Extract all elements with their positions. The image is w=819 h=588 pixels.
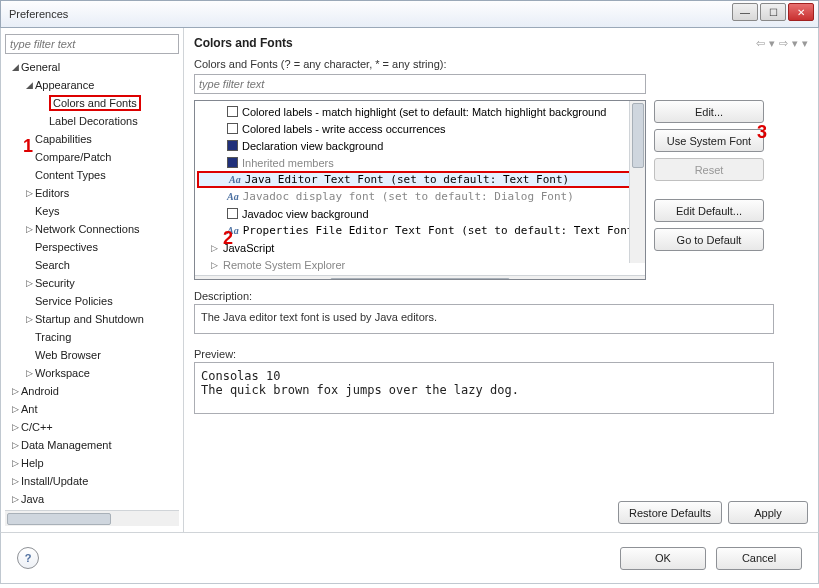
dialog-button-bar: ? OK Cancel (0, 532, 819, 584)
help-button[interactable]: ? (17, 547, 39, 569)
tree-item-label: Capabilities (35, 133, 92, 145)
restore-defaults-button[interactable]: Restore Defaults (618, 501, 722, 524)
tree-item-label: Help (21, 457, 44, 469)
edit-default-button[interactable]: Edit Default... (654, 199, 764, 222)
tree-item-label: Security (35, 277, 75, 289)
tree-item[interactable]: ▷Data Management (5, 437, 179, 453)
tree-item-label: C/C++ (21, 421, 53, 433)
use-system-font-button[interactable]: Use System Font (654, 129, 764, 152)
collapsed-icon[interactable]: ▷ (23, 188, 35, 198)
tree-item-label: Label Decorations (49, 115, 138, 127)
tree-v-scrollbar[interactable] (629, 101, 645, 263)
collapsed-icon[interactable]: ▷ (9, 422, 21, 432)
tree-item-label: Workspace (35, 367, 90, 379)
collapsed-icon[interactable]: ▷ (23, 224, 35, 234)
tree-item[interactable]: Perspectives (5, 239, 179, 255)
tree-item[interactable]: ▷Install/Update (5, 473, 179, 489)
fonts-tree-item[interactable]: Javadoc view background (197, 205, 643, 222)
tree-item-label: Search (35, 259, 70, 271)
tree-item[interactable]: ▷Ant (5, 401, 179, 417)
colors-fonts-tree[interactable]: Colored labels - match highlight (set to… (194, 100, 646, 280)
collapsed-icon: ▷ (209, 243, 219, 253)
tree-item[interactable]: ◢General (5, 59, 179, 75)
ok-button[interactable]: OK (620, 547, 706, 570)
tree-h-scrollbar[interactable] (195, 275, 645, 280)
fonts-tree-item[interactable]: AaJavadoc display font (set to default: … (197, 188, 643, 205)
fonts-tree-item[interactable]: ▷Remote System Explorer (197, 256, 643, 273)
expanded-icon[interactable]: ◢ (23, 80, 35, 90)
fonts-tree-item[interactable]: ▷JavaScript (197, 239, 643, 256)
preferences-tree[interactable]: ◢General◢AppearanceColors and FontsLabel… (5, 58, 179, 510)
tree-item[interactable]: ▷C/C++ (5, 419, 179, 435)
tree-item[interactable]: ◢Appearance (5, 77, 179, 93)
collapsed-icon[interactable]: ▷ (23, 278, 35, 288)
fonts-tree-item-label: Declaration view background (242, 140, 383, 152)
tree-item[interactable]: Colors and Fonts (5, 95, 179, 111)
tree-item[interactable]: Search (5, 257, 179, 273)
tree-item-label: Compare/Patch (35, 151, 111, 163)
tree-item-label: Tracing (35, 331, 71, 343)
tree-item[interactable]: Keys (5, 203, 179, 219)
tree-item[interactable]: ▷Network Connections (5, 221, 179, 237)
back-icon[interactable]: ⇦ (756, 37, 765, 50)
collapsed-icon[interactable]: ▷ (23, 368, 35, 378)
tree-item[interactable]: ▷Workspace (5, 365, 179, 381)
titlebar: Preferences — ☐ ✕ (0, 0, 819, 28)
tree-item[interactable]: ▷Java (5, 491, 179, 507)
tree-item-label: Editors (35, 187, 69, 199)
expanded-icon[interactable]: ◢ (9, 62, 21, 72)
apply-button[interactable]: Apply (728, 501, 808, 524)
fonts-tree-item[interactable]: Declaration view background (197, 137, 643, 154)
colors-fonts-filter-input[interactable] (194, 74, 646, 94)
tree-item-label: General (21, 61, 60, 73)
go-to-default-button[interactable]: Go to Default (654, 228, 764, 251)
collapsed-icon[interactable]: ▷ (9, 458, 21, 468)
cancel-button[interactable]: Cancel (716, 547, 802, 570)
collapsed-icon[interactable]: ▷ (23, 314, 35, 324)
tree-item[interactable]: ▷Security (5, 275, 179, 291)
tree-item[interactable]: ▷Editors (5, 185, 179, 201)
maximize-button[interactable]: ☐ (760, 3, 786, 21)
sidebar-h-scrollbar[interactable] (5, 510, 179, 526)
tree-item-label: Service Policies (35, 295, 113, 307)
collapsed-icon[interactable]: ▷ (9, 386, 21, 396)
color-swatch-icon (227, 157, 238, 168)
fonts-tree-item-label: Javadoc view background (242, 208, 369, 220)
edit-button[interactable]: Edit... (654, 100, 764, 123)
fwd-icon[interactable]: ⇨ (779, 37, 788, 50)
tree-item[interactable]: Tracing (5, 329, 179, 345)
main-panel: Colors and Fonts ⇦ ▾ ⇨ ▾ ▾ Colors and Fo… (184, 28, 818, 532)
tree-item[interactable]: ▷Android (5, 383, 179, 399)
fonts-tree-item-label: Colored labels - match highlight (set to… (242, 106, 606, 118)
collapsed-icon[interactable]: ▷ (9, 440, 21, 450)
tree-item[interactable]: Label Decorations (5, 113, 179, 129)
minimize-button[interactable]: — (732, 3, 758, 21)
collapsed-icon[interactable]: ▷ (9, 494, 21, 504)
fonts-tree-item[interactable]: Colored labels - match highlight (set to… (197, 103, 643, 120)
collapsed-icon[interactable]: ▷ (9, 404, 21, 414)
nav-arrows[interactable]: ⇦ ▾ ⇨ ▾ ▾ (756, 37, 808, 50)
annotation-1: 1 (23, 136, 33, 157)
tree-item-label: Keys (35, 205, 59, 217)
tree-item[interactable]: ▷Startup and Shutdown (5, 311, 179, 327)
fonts-tree-item[interactable]: AaJava Editor Text Font (set to default:… (197, 171, 643, 188)
tree-item[interactable]: Web Browser (5, 347, 179, 363)
description-box: The Java editor text font is used by Jav… (194, 304, 774, 334)
color-swatch-icon (227, 208, 238, 219)
fonts-tree-item[interactable]: AaProperties File Editor Text Font (set … (197, 222, 643, 239)
close-button[interactable]: ✕ (788, 3, 814, 21)
fonts-tree-item-label: Remote System Explorer (223, 259, 345, 271)
preview-label: Preview: (194, 348, 808, 360)
collapsed-icon[interactable]: ▷ (9, 476, 21, 486)
reset-button: Reset (654, 158, 764, 181)
fonts-tree-item[interactable]: Colored labels - write access occurrence… (197, 120, 643, 137)
fonts-tree-item[interactable]: Inherited members (197, 154, 643, 171)
subtitle-label: Colors and Fonts (? = any character, * =… (194, 58, 808, 70)
sidebar-filter-input[interactable] (5, 34, 179, 54)
font-icon: Aa (229, 174, 241, 185)
tree-item[interactable]: ▷Help (5, 455, 179, 471)
color-swatch-icon (227, 106, 238, 117)
tree-item[interactable]: Content Types (5, 167, 179, 183)
fonts-tree-item-label: Java Editor Text Font (set to default: T… (245, 173, 570, 186)
tree-item[interactable]: Service Policies (5, 293, 179, 309)
